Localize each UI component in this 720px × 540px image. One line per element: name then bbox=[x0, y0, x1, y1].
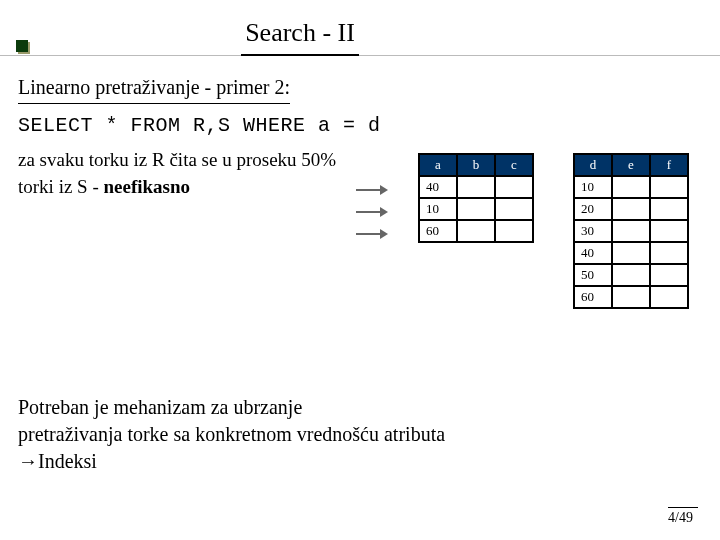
col-header: c bbox=[495, 154, 533, 176]
row-arrows bbox=[352, 179, 392, 245]
explain-line1: za svaku torku iz R čita se u proseku 50… bbox=[18, 149, 336, 170]
conclusion-line2: pretraživanja torke sa konkretnom vredno… bbox=[18, 423, 445, 445]
col-header: f bbox=[650, 154, 688, 176]
table-R: a b c 40 10 60 bbox=[418, 153, 534, 243]
explain-emphasis: neefikasno bbox=[104, 176, 191, 197]
sql-code: SELECT * FROM R,S WHERE a = d bbox=[18, 112, 702, 139]
col-header: b bbox=[457, 154, 495, 176]
table-row: 40 bbox=[419, 176, 533, 198]
table-row: 30 bbox=[574, 220, 688, 242]
table-row: 60 bbox=[419, 220, 533, 242]
arrow-icon bbox=[352, 201, 392, 223]
table-row: 10 bbox=[419, 198, 533, 220]
table-row: 10 bbox=[574, 176, 688, 198]
slide-title: Search - II bbox=[241, 18, 359, 56]
col-header: a bbox=[419, 154, 457, 176]
table-row: 40 bbox=[574, 242, 688, 264]
conclusion-line3: →Indeksi bbox=[18, 450, 97, 472]
arrow-icon bbox=[352, 179, 392, 201]
page-number: 4/49 bbox=[668, 510, 693, 525]
table-row: 20 bbox=[574, 198, 688, 220]
arrow-icon bbox=[352, 223, 392, 245]
conclusion-line1: Potreban je mehanizam za ubrzanje bbox=[18, 396, 302, 418]
col-header: d bbox=[574, 154, 612, 176]
subtitle: Linearno pretraživanje - primer 2: bbox=[18, 74, 290, 104]
title-bullet-icon bbox=[16, 40, 28, 52]
col-header: e bbox=[612, 154, 650, 176]
table-row: 50 bbox=[574, 264, 688, 286]
explain-line2a: torki iz S - bbox=[18, 176, 104, 197]
table-S: d e f 10 20 30 40 50 60 bbox=[573, 153, 689, 309]
table-row: 60 bbox=[574, 286, 688, 308]
